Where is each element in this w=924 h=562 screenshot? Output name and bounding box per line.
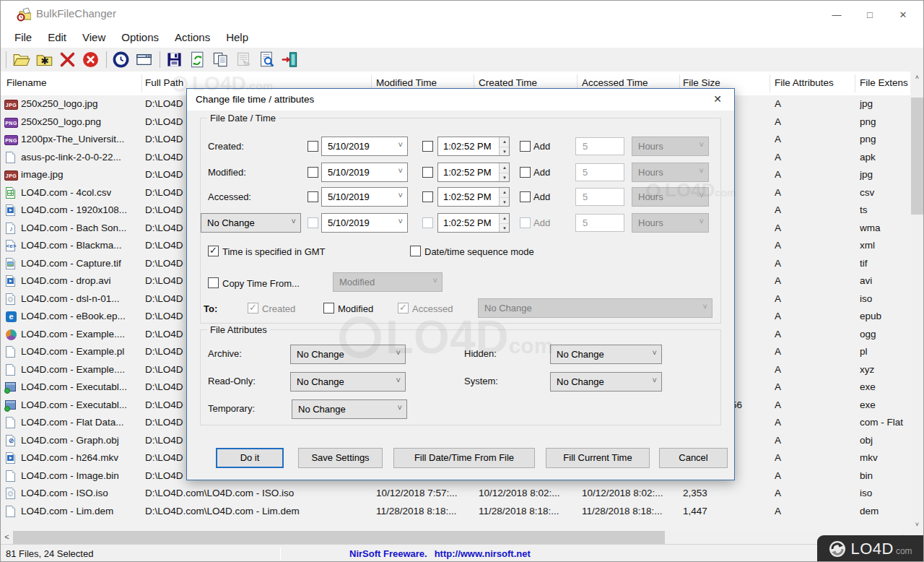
spin-up-icon[interactable]: ▲ — [500, 163, 510, 172]
column-header-file-extens[interactable]: File Extens — [860, 77, 908, 88]
add-checkbox[interactable] — [520, 217, 531, 228]
spin-up-icon[interactable]: ▲ — [500, 137, 510, 146]
column-separator[interactable] — [141, 74, 142, 92]
spin-down-icon[interactable]: ▼ — [500, 197, 510, 206]
date-enable-checkbox[interactable] — [308, 191, 318, 202]
column-header-created-time[interactable]: Created Time — [479, 77, 537, 88]
spin-up-icon[interactable]: ▲ — [500, 188, 510, 196]
exit-icon[interactable] — [281, 51, 299, 69]
time-enable-checkbox[interactable] — [422, 141, 433, 152]
spin-up-icon[interactable]: ▲ — [500, 214, 510, 222]
column-header-file-size[interactable]: File Size — [683, 77, 720, 88]
time-spinner[interactable]: 1:02:52 PM▲▼ — [437, 213, 510, 233]
column-header-full-path[interactable]: Full Path — [145, 77, 183, 88]
change-mode-select[interactable]: No Change˅ — [201, 213, 301, 233]
toolbar-separator — [160, 51, 160, 68]
scroll-down-icon[interactable]: ˅ — [911, 519, 923, 531]
date-enable-checkbox[interactable] — [308, 141, 318, 152]
time-enable-checkbox[interactable] — [422, 191, 433, 202]
file-row[interactable]: LO4D.com - ISO.isoD:\LO4D.com\LO4D.com -… — [1, 485, 910, 503]
menu-help[interactable]: Help — [218, 29, 256, 48]
dialog-close-icon[interactable]: ✕ — [710, 93, 725, 105]
menu-actions[interactable]: Actions — [167, 29, 218, 48]
time-spinner[interactable]: 1:02:52 PM▲▼ — [437, 187, 510, 207]
menu-options[interactable]: Options — [113, 29, 167, 48]
time-enable-checkbox[interactable] — [422, 167, 433, 178]
date-select[interactable]: 5/10/2019˅ — [321, 163, 408, 182]
column-separator[interactable] — [770, 74, 770, 92]
menu-view[interactable]: View — [74, 29, 113, 48]
maximize-button[interactable]: □ — [853, 2, 886, 27]
add-amount-field[interactable]: 5 — [575, 163, 624, 181]
add-unit-select[interactable]: Hours˅ — [632, 187, 709, 207]
copy-icon[interactable] — [212, 51, 230, 69]
column-header-modified-time[interactable]: Modified Time — [376, 77, 437, 88]
add-amount-field[interactable]: 5 — [575, 137, 624, 155]
time-spinner[interactable]: 1:02:52 PM▲▼ — [437, 163, 510, 182]
file-row[interactable]: LO4D.com - Lim.demD:\LO4D.com\LO4D.com -… — [1, 503, 910, 521]
nirsoft-link[interactable]: NirSoft Freeware.http://www.nirsoft.net — [349, 548, 538, 559]
spin-down-icon[interactable]: ▼ — [500, 173, 510, 181]
to-modified-checkbox[interactable] — [323, 303, 334, 314]
scroll-left-icon[interactable]: ˂ — [1, 531, 13, 544]
add-checkbox[interactable] — [520, 141, 531, 152]
to-created-checkbox[interactable] — [248, 303, 258, 314]
to-accessed-checkbox[interactable] — [398, 303, 409, 314]
vertical-scroll-thumb[interactable] — [911, 98, 923, 215]
minimize-button[interactable]: — — [820, 2, 853, 27]
add-checkbox[interactable] — [520, 191, 531, 202]
date-select[interactable]: 5/10/2019˅ — [321, 213, 408, 233]
add-unit-select[interactable]: Hours˅ — [632, 137, 709, 156]
hidden-select[interactable]: No Change˅ — [550, 345, 662, 364]
report-icon[interactable] — [258, 51, 276, 69]
archive-select[interactable]: No Change˅ — [290, 345, 406, 364]
menu-edit[interactable]: Edit — [40, 29, 74, 48]
copy-time-from-checkbox[interactable] — [208, 277, 219, 288]
do-it-button[interactable]: Do it — [216, 448, 284, 468]
properties-icon[interactable] — [235, 51, 253, 69]
column-header-accessed-time[interactable]: Accessed Time — [582, 77, 648, 88]
column-header-file-attributes[interactable]: File Attributes — [775, 77, 834, 88]
clear-list-icon[interactable] — [82, 51, 100, 69]
menu-file[interactable]: File — [6, 29, 40, 48]
gmt-checkbox[interactable] — [208, 246, 219, 256]
nirsoft-url[interactable]: http://www.nirsoft.net — [435, 548, 531, 559]
scroll-up-icon[interactable]: ˄ — [911, 72, 923, 84]
open-folder-icon[interactable] — [12, 51, 30, 69]
temporary-select[interactable]: No Change˅ — [292, 399, 407, 419]
add-checkbox[interactable] — [520, 167, 531, 178]
delete-icon[interactable] — [58, 51, 77, 69]
refresh-icon[interactable] — [188, 51, 206, 69]
add-unit-select[interactable]: Hours˅ — [632, 163, 709, 182]
save-settings-button[interactable]: Save Settings — [298, 448, 383, 468]
horizontal-scroll-thumb[interactable] — [13, 531, 665, 544]
date-select[interactable]: 5/10/2019˅ — [321, 187, 408, 207]
horizontal-scrollbar[interactable]: ˂ ˃ — [1, 531, 910, 544]
system-select[interactable]: No Change˅ — [550, 372, 662, 392]
cancel-button[interactable]: Cancel — [659, 448, 728, 468]
column-header-filename[interactable]: Filename — [6, 77, 47, 88]
date-enable-checkbox[interactable] — [308, 167, 318, 178]
time-enable-checkbox[interactable] — [422, 217, 433, 228]
spin-down-icon[interactable]: ▼ — [500, 223, 510, 232]
readonly-select[interactable]: No Change˅ — [290, 372, 406, 392]
clock-icon[interactable] — [112, 51, 130, 69]
vertical-scrollbar[interactable]: ˄ ˅ — [911, 72, 923, 531]
time-spinner[interactable]: 1:02:52 PM▲▼ — [437, 137, 510, 156]
to-change-select[interactable]: No Change˅ — [478, 298, 712, 318]
close-button[interactable]: ✕ — [886, 2, 920, 27]
date-select[interactable]: 5/10/2019˅ — [321, 137, 408, 156]
spin-down-icon[interactable]: ▼ — [500, 147, 510, 155]
add-amount-field[interactable]: 5 — [575, 214, 624, 232]
date-enable-checkbox[interactable] — [308, 217, 318, 228]
copy-source-select[interactable]: Modified˅ — [333, 272, 443, 292]
window-icon[interactable] — [135, 51, 153, 69]
fill-current-time-button[interactable]: Fill Current Time — [546, 448, 650, 468]
column-separator[interactable] — [855, 74, 855, 92]
add-unit-select[interactable]: Hours˅ — [632, 213, 709, 233]
fill-date-time-from-file-button[interactable]: Fill Date/Time From File — [393, 448, 535, 468]
add-amount-field[interactable]: 5 — [575, 188, 624, 206]
save-icon[interactable] — [165, 51, 183, 69]
add-files-icon[interactable]: ✱ — [35, 51, 53, 69]
sequence-mode-checkbox[interactable] — [410, 246, 421, 256]
